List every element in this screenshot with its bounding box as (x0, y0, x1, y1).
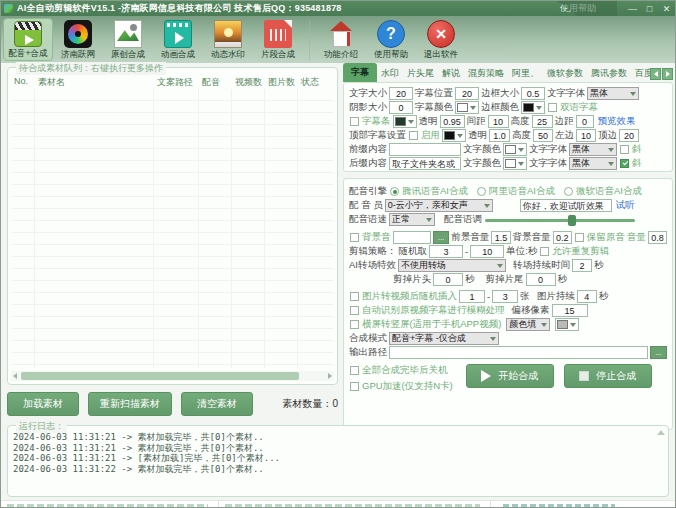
suffix-font-select[interactable]: 黑体 (569, 157, 617, 170)
landscape-to-portrait-checkbox[interactable] (350, 320, 359, 329)
maximize-button[interactable]: □ (641, 1, 658, 16)
offset-pixels-input[interactable]: 15 (552, 304, 588, 317)
font-select[interactable]: 黑体 (587, 87, 639, 100)
tab-narration[interactable]: 解说 (438, 65, 464, 82)
border-color-select[interactable] (521, 101, 545, 114)
toolbar-item-help[interactable]: ? 使用帮助 (366, 18, 416, 61)
insert-images-checkbox[interactable] (350, 292, 359, 301)
scrollbar-thumb[interactable] (21, 372, 299, 380)
top-edge-input[interactable]: 20 (619, 129, 639, 142)
close-button[interactable]: ✕ (658, 1, 675, 16)
speaker-select[interactable]: 0-云小宁，亲和女声 (385, 199, 493, 212)
audition-text-input[interactable]: 你好，欢迎试听效果 (520, 199, 612, 212)
tab-intro-outro[interactable]: 片头尾 (403, 65, 438, 82)
queue-table-body[interactable] (12, 89, 333, 368)
bgm-browse-button[interactable]: ... (433, 231, 449, 244)
log-scroll-up-icon[interactable] (657, 430, 665, 435)
toolbar-item-jinan-yuewang[interactable]: 济南跃网 (53, 18, 103, 61)
prefix-color-select[interactable] (503, 143, 527, 156)
suffix-color-select[interactable] (503, 157, 527, 170)
background-volume-input[interactable]: 0.2 (553, 231, 572, 244)
bilingual-checkbox[interactable] (548, 103, 557, 112)
run-log-text[interactable]: 2024-06-03 11:31:21 -> 素材加载完毕，共[0]个素材.. … (13, 432, 654, 493)
subtitle-color-select[interactable] (455, 101, 479, 114)
output-path-input[interactable] (389, 346, 648, 359)
load-material-button[interactable]: 加载素材 (7, 392, 79, 416)
foreground-volume-input[interactable]: 1.5 (491, 231, 510, 244)
compose-mode-select[interactable]: 配音+字幕 -仅合成 (389, 332, 499, 345)
tabs-scroll-right-icon[interactable] (662, 68, 673, 80)
spacing-input[interactable]: 10 (488, 115, 509, 128)
queue-horizontal-scrollbar[interactable] (11, 371, 334, 381)
bar-height-input[interactable]: 25 (532, 115, 553, 128)
prefix-italic-checkbox[interactable] (620, 145, 629, 154)
tab-tencent-params[interactable]: 腾讯参数 (587, 65, 631, 82)
tab-mix-strategy[interactable]: 混剪策略 (464, 65, 508, 82)
image-duration-input[interactable]: 4 (577, 290, 597, 303)
suffix-input[interactable]: 取子文件夹名或 (389, 157, 461, 170)
tab-subtitle[interactable]: 字幕 (343, 63, 377, 82)
engine-tencent-radio[interactable] (390, 187, 399, 196)
scroll-left-arrow-icon[interactable] (11, 372, 19, 380)
minimize-button[interactable]: — (624, 1, 641, 16)
shadow-size-input[interactable]: 0 (389, 101, 413, 114)
pitch-slider[interactable] (485, 214, 635, 226)
output-browse-button[interactable]: ... (650, 346, 667, 359)
toolbar-item-dynamic-watermark[interactable]: 动态水印 (203, 18, 253, 61)
cut-tail-input[interactable]: 0 (526, 273, 556, 286)
fill-color-select[interactable] (555, 318, 579, 331)
speed-select[interactable]: 正常 (389, 213, 435, 226)
cut-head-input[interactable]: 0 (433, 273, 463, 286)
blur-original-subtitle-checkbox[interactable] (350, 306, 359, 315)
engine-ali-radio[interactable] (477, 187, 486, 196)
prefix-font-select[interactable]: 黑体 (569, 143, 617, 156)
image-max-input[interactable]: 3 (492, 290, 518, 303)
tab-microsoft-params[interactable]: 微软参数 (543, 65, 587, 82)
toolbar-item-dub-compose[interactable]: 配音+合成 (3, 18, 53, 61)
clip-max-input[interactable]: 10 (470, 245, 504, 258)
prefix-input[interactable] (389, 143, 461, 156)
subtitle-bar-checkbox[interactable] (350, 117, 359, 126)
top-subtitle-color-select[interactable] (442, 129, 466, 142)
bar-opacity-input[interactable]: 0.95 (440, 115, 465, 128)
transition-duration-input[interactable]: 2 (572, 259, 592, 272)
engine-microsoft-radio[interactable] (564, 187, 573, 196)
preview-effect-link[interactable]: 预览效果 (598, 115, 636, 128)
allow-repeat-checkbox[interactable] (540, 247, 549, 256)
toolbar-item-original-compose[interactable]: 原创合成 (103, 18, 153, 61)
transition-select[interactable]: 不使用转场 (398, 259, 506, 272)
border-size-input[interactable]: 0.5 (521, 87, 545, 100)
top-height-input[interactable]: 50 (533, 129, 553, 142)
keep-volume-input[interactable]: 0.8 (648, 231, 667, 244)
font-size-input[interactable]: 20 (389, 87, 413, 100)
shutdown-checkbox[interactable] (350, 366, 359, 375)
subtitle-position-input[interactable]: 20 (455, 87, 479, 100)
top-opacity-input[interactable]: 1.0 (489, 129, 510, 142)
top-left-input[interactable]: 10 (576, 129, 596, 142)
audition-link[interactable]: 试听 (616, 199, 635, 212)
keep-original-audio-checkbox[interactable] (575, 233, 584, 242)
toolbar-item-features[interactable]: 功能介绍 (316, 18, 366, 61)
stop-compose-button[interactable]: 停止合成 (564, 364, 652, 388)
material-queue-panel[interactable]: 待合成素材队列：右键执行更多操作 No. 素材名 文案路径 配音 视频数 图片数… (7, 67, 338, 385)
scroll-right-arrow-icon[interactable] (326, 372, 334, 380)
suffix-italic-checkbox[interactable] (620, 159, 629, 168)
toolbar-item-animation-compose[interactable]: 动画合成 (153, 18, 203, 61)
gpu-accel-checkbox[interactable] (350, 382, 359, 391)
fill-mode-select[interactable]: 颜色填 (506, 318, 550, 331)
start-compose-button[interactable]: 开始合成 (466, 364, 554, 388)
bar-color-select[interactable] (393, 115, 417, 128)
tab-ali[interactable]: 阿里、 (508, 65, 543, 82)
rescan-material-button[interactable]: 重新扫描素材 (88, 392, 172, 416)
toolbar-item-clip-compose[interactable]: 片段合成 (253, 18, 303, 61)
tabs-scroll-left-icon[interactable] (650, 68, 661, 80)
margin-input[interactable]: 0 (576, 115, 594, 128)
bgm-path-input[interactable] (393, 231, 432, 244)
clear-material-button[interactable]: 清空素材 (181, 392, 253, 416)
bgm-checkbox[interactable] (350, 233, 359, 242)
tab-watermark[interactable]: 水印 (377, 65, 403, 82)
top-subtitle-enable-checkbox[interactable] (409, 131, 418, 140)
clip-min-input[interactable]: 3 (429, 245, 463, 258)
image-min-input[interactable]: 1 (459, 290, 485, 303)
toolbar-item-exit[interactable]: ✕ 退出软件 (416, 18, 466, 61)
